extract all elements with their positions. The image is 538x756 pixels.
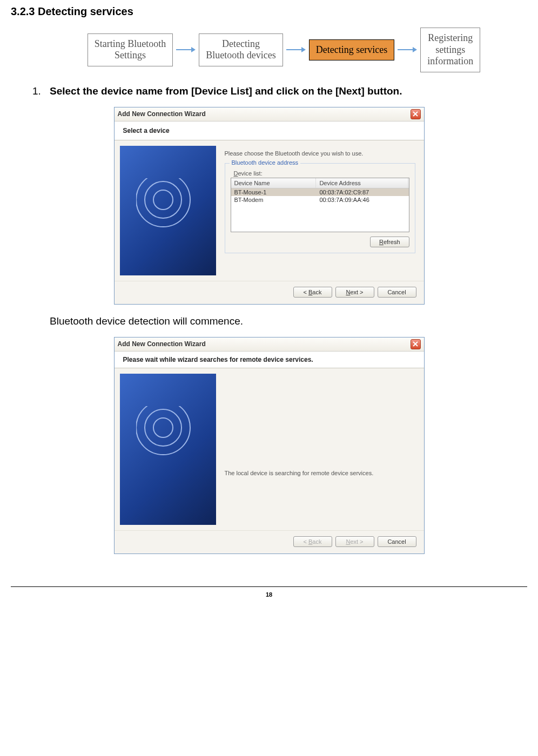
wizard-dialog-searching: Add New Connection Wizard Please wait wh… [114, 337, 425, 554]
device-addr-cell: 00:03:7A:02:C9:87 [316, 188, 408, 196]
button-bar: < Back Next > Cancel [115, 530, 424, 554]
arrow-icon [283, 46, 309, 53]
svg-marker-5 [413, 47, 417, 52]
device-name-cell: BT-Mouse-1 [231, 188, 317, 196]
svg-point-9 [145, 181, 181, 218]
dialog-content: The local device is searching for remote… [115, 368, 424, 530]
prompt-text: Please choose the Bluetooth device you w… [225, 150, 415, 157]
device-addr-cell: 00:03:7A:09:AA:46 [316, 196, 408, 204]
section-heading: 3.2.3 Detecting services [11, 5, 527, 18]
wizard-side-image [120, 374, 216, 525]
titlebar: Add New Connection Wizard [115, 338, 424, 352]
next-button[interactable]: Next > [335, 287, 374, 298]
dialog-banner: Please wait while wizard searches for re… [115, 352, 424, 368]
device-row[interactable]: BT-Mouse-1 00:03:7A:02:C9:87 [231, 188, 409, 196]
searching-message: The local device is searching for remote… [225, 378, 415, 525]
dialog-right-pane: Please choose the Bluetooth device you w… [221, 140, 424, 281]
dialog-title: Add New Connection Wizard [118, 340, 206, 348]
flow-step-3: Detecting services [309, 39, 394, 61]
dialog-right-pane: The local device is searching for remote… [221, 368, 424, 530]
flow-step-4: Registering settings information [420, 28, 480, 72]
cancel-button[interactable]: Cancel [378, 536, 416, 547]
close-button[interactable] [411, 109, 421, 119]
device-row[interactable]: BT-Modem 00:03:7A:09:AA:46 [231, 196, 409, 204]
button-bar: < Back Next > Cancel [115, 281, 424, 304]
svg-point-15 [136, 406, 190, 455]
col-device-name: Device Name [231, 178, 317, 188]
titlebar: Add New Connection Wizard [115, 107, 424, 122]
dialog-title: Add New Connection Wizard [118, 110, 206, 118]
page-number: 18 [266, 591, 272, 598]
flow-step-2: Detecting Bluetooth devices [199, 33, 283, 66]
page-footer: 18 [11, 586, 527, 598]
caption-text: Bluetooth device detection will commence… [50, 315, 527, 327]
device-list[interactable]: Device Name Device Address BT-Mouse-1 00… [231, 178, 409, 232]
svg-point-10 [136, 178, 190, 227]
flow-step-1: Starting Bluetooth Settings [88, 33, 173, 66]
step-1: 1. Select the device name from [Device L… [32, 85, 527, 97]
device-name-cell: BT-Modem [231, 196, 317, 204]
arrow-icon [394, 46, 420, 53]
back-button[interactable]: < Back [293, 287, 332, 298]
flow-diagram: Starting Bluetooth Settings Detecting Bl… [41, 28, 527, 72]
dialog-content: Please choose the Bluetooth device you w… [115, 140, 424, 281]
svg-point-8 [153, 190, 173, 210]
wizard-dialog-select-device: Add New Connection Wizard Select a devic… [114, 107, 425, 305]
step-number: 1. [32, 85, 44, 97]
svg-point-13 [153, 418, 173, 437]
svg-marker-3 [301, 47, 306, 52]
next-button: Next > [335, 536, 374, 547]
device-address-fieldset: Bluetooth device address Device list: De… [225, 163, 415, 253]
refresh-button[interactable]: Refresh [370, 237, 409, 247]
back-button: < Back [293, 536, 332, 547]
wizard-side-image [120, 146, 216, 275]
arrow-icon [173, 46, 199, 53]
step-text: Select the device name from [Device List… [50, 85, 402, 97]
svg-marker-1 [191, 47, 196, 52]
fieldset-legend: Bluetooth device address [230, 159, 301, 166]
close-button[interactable] [411, 339, 421, 349]
device-list-label: Device list: [234, 170, 409, 177]
dialog-banner: Select a device [115, 122, 424, 140]
svg-point-14 [145, 409, 181, 446]
col-device-address: Device Address [316, 178, 408, 188]
cancel-button[interactable]: Cancel [378, 287, 416, 298]
device-list-header: Device Name Device Address [231, 178, 409, 188]
